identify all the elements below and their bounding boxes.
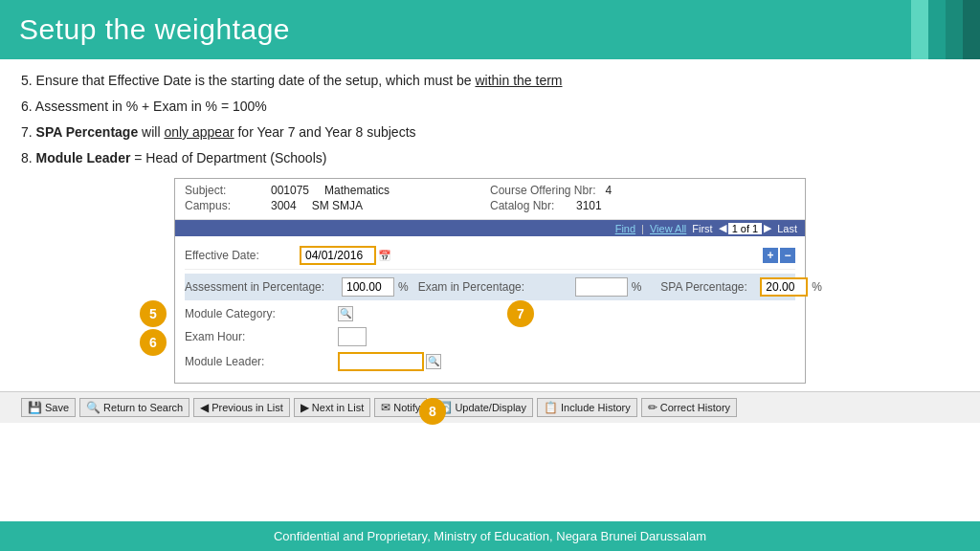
course-offering-value: 4: [606, 184, 612, 197]
module-leader-label: Module Leader:: [185, 355, 338, 368]
page-title: Setup the weightage: [19, 13, 290, 46]
include-history-icon: 📋: [544, 401, 558, 414]
effective-date-row: Effective Date: 📅 + −: [185, 242, 795, 270]
update-display-button[interactable]: 🔄 Update/Display: [431, 398, 533, 417]
subject-row: Subject: 001075 Mathematics: [185, 184, 490, 197]
assessment-label: Assessment in Percentage:: [185, 280, 338, 294]
instruction-7: 7. SPA Percentage will only appear for Y…: [21, 122, 959, 143]
exam-hour-row: Exam Hour:: [185, 327, 795, 346]
assessment-group: Assessment in Percentage: %: [185, 277, 409, 297]
module-leader-search-icon[interactable]: 🔍: [426, 354, 441, 369]
form-nav-bar: Find | View All First ◀ 1 of 1 ▶ Last: [175, 220, 805, 236]
correct-history-button[interactable]: ✏ Correct History: [641, 398, 737, 417]
campus-name: SM SMJA: [312, 199, 363, 212]
save-button[interactable]: 💾 Save: [21, 398, 76, 417]
action-toolbar: 💾 Save 🔍 Return to Search ◀ Previous in …: [0, 391, 980, 423]
previous-in-list-button[interactable]: ◀ Previous in List: [193, 398, 290, 417]
add-row-button[interactable]: +: [763, 248, 778, 263]
find-link[interactable]: Find: [615, 223, 635, 234]
calendar-icon[interactable]: 📅: [378, 250, 391, 262]
next-in-list-button[interactable]: ▶ Next in List: [294, 398, 370, 417]
subject-name: Mathematics: [324, 184, 390, 197]
bubble-8: 8: [419, 398, 446, 425]
prev-icon: ◀: [200, 401, 209, 414]
exam-group: Exam in Percentage: %: [418, 277, 642, 297]
form-body: Effective Date: 📅 + − Assessment in Perc…: [175, 236, 805, 383]
exam-hour-label: Exam Hour:: [185, 330, 338, 343]
page-header: Setup the weightage: [0, 0, 980, 59]
remove-row-button[interactable]: −: [780, 248, 795, 263]
instruction-5: 5. Ensure that Effective Date is the sta…: [21, 71, 959, 91]
view-all-link[interactable]: View All: [650, 223, 686, 234]
page-info-box: ◀ 1 of 1 ▶: [719, 222, 772, 234]
footer-text: Confidential and Proprietary, Ministry o…: [274, 529, 706, 543]
percentage-row: Assessment in Percentage: % Exam in Perc…: [185, 274, 795, 300]
correct-history-icon: ✏: [648, 401, 657, 414]
return-icon: 🔍: [86, 401, 100, 414]
module-category-row: Module Category: 🔍: [185, 306, 795, 321]
catalog-nbr-value: 3101: [576, 199, 602, 212]
campus-row: Campus: 3004 SM SMJA: [185, 199, 490, 212]
form-header-left: Subject: 001075 Mathematics Campus: 3004…: [185, 184, 490, 214]
assessment-input[interactable]: [342, 277, 394, 297]
effective-date-input[interactable]: [300, 246, 376, 265]
main-content: 5. Ensure that Effective Date is the sta…: [0, 59, 980, 391]
save-icon: 💾: [28, 401, 42, 414]
header-bar-2: [928, 0, 946, 59]
bubble-7: 7: [507, 300, 534, 327]
form-panel: Subject: 001075 Mathematics Campus: 3004…: [174, 178, 806, 384]
subject-code: 001075: [271, 184, 309, 197]
header-bar-4: [963, 0, 980, 59]
form-header-right: Course Offering Nbr: 4 Catalog Nbr: 3101: [490, 184, 795, 214]
course-offering-label: Course Offering Nbr:: [490, 184, 596, 197]
exam-hour-input[interactable]: [338, 327, 367, 346]
spa-label: SPA Percentage:: [660, 280, 756, 294]
subject-label: Subject:: [185, 184, 261, 197]
header-decoration: [911, 0, 980, 59]
first-label: First: [692, 223, 712, 234]
course-offering-row: Course Offering Nbr: 4: [490, 184, 795, 197]
spa-input[interactable]: [760, 277, 808, 297]
header-bar-1: [911, 0, 928, 59]
catalog-nbr-row: Catalog Nbr: 3101: [490, 199, 795, 212]
exam-input[interactable]: [575, 277, 628, 297]
module-category-search-icon[interactable]: 🔍: [338, 306, 353, 321]
form-header: Subject: 001075 Mathematics Campus: 3004…: [175, 179, 805, 220]
spa-pct: %: [812, 280, 822, 294]
module-category-label: Module Category:: [185, 307, 338, 320]
spa-group: SPA Percentage: %: [660, 277, 822, 297]
bubble-5: 5: [140, 300, 167, 327]
form-wrapper: 5 6 7 8 Subject: 001075 Mathematics Camp…: [174, 178, 806, 384]
catalog-nbr-label: Catalog Nbr:: [490, 199, 567, 212]
module-leader-row: Module Leader: 🔍: [185, 352, 795, 371]
notify-icon: ✉: [381, 401, 390, 414]
exam-pct: %: [632, 280, 642, 294]
include-history-button[interactable]: 📋 Include History: [537, 398, 637, 417]
instruction-6: 6. Assessment in % + Exam in % = 100%: [21, 97, 959, 117]
return-to-search-button[interactable]: 🔍 Return to Search: [79, 398, 189, 417]
campus-code: 3004: [271, 199, 297, 212]
page-info: 1 of 1: [728, 223, 763, 234]
effective-date-label: Effective Date:: [185, 249, 300, 262]
add-remove-buttons: + −: [763, 248, 795, 263]
bubble-6: 6: [140, 329, 167, 356]
module-leader-input[interactable]: [338, 352, 424, 371]
campus-label: Campus:: [185, 199, 261, 212]
last-label: Last: [777, 223, 797, 234]
instruction-8: 8. Module Leader = Head of Department (S…: [21, 148, 959, 168]
header-bar-3: [946, 0, 963, 59]
next-icon: ▶: [301, 401, 309, 414]
page-footer: Confidential and Proprietary, Ministry o…: [0, 521, 980, 551]
assessment-pct: %: [398, 280, 409, 294]
exam-label: Exam in Percentage:: [418, 280, 571, 294]
